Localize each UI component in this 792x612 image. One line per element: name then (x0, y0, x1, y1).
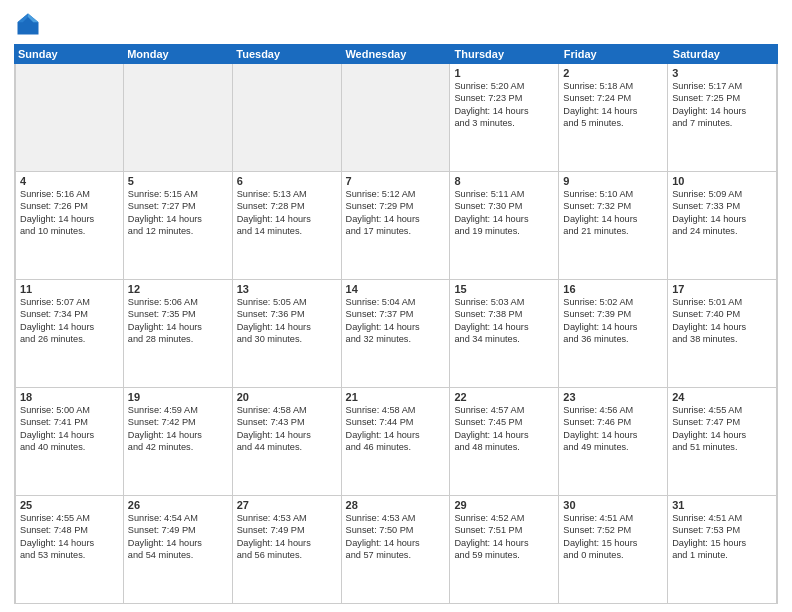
day-info: Sunrise: 5:02 AM (563, 296, 663, 308)
calendar-cell: 3Sunrise: 5:17 AMSunset: 7:25 PMDaylight… (668, 64, 777, 171)
calendar-cell: 18Sunrise: 5:00 AMSunset: 7:41 PMDayligh… (15, 388, 124, 495)
day-number: 31 (672, 499, 772, 511)
day-info: Sunset: 7:52 PM (563, 524, 663, 536)
day-info: Daylight: 14 hours (128, 537, 228, 549)
day-info: Sunset: 7:29 PM (346, 200, 446, 212)
day-number: 9 (563, 175, 663, 187)
day-info: Sunset: 7:32 PM (563, 200, 663, 212)
day-info: Sunrise: 4:57 AM (454, 404, 554, 416)
day-number: 4 (20, 175, 119, 187)
day-info: and 59 minutes. (454, 549, 554, 561)
day-info: and 17 minutes. (346, 225, 446, 237)
day-info: Daylight: 14 hours (237, 321, 337, 333)
day-info: Daylight: 14 hours (346, 321, 446, 333)
day-info: and 3 minutes. (454, 117, 554, 129)
day-info: Daylight: 14 hours (672, 429, 772, 441)
day-number: 17 (672, 283, 772, 295)
calendar-cell: 5Sunrise: 5:15 AMSunset: 7:27 PMDaylight… (124, 172, 233, 279)
day-info: and 38 minutes. (672, 333, 772, 345)
day-info: Sunrise: 4:51 AM (563, 512, 663, 524)
day-info: Sunrise: 4:52 AM (454, 512, 554, 524)
day-info: Sunset: 7:43 PM (237, 416, 337, 428)
day-number: 18 (20, 391, 119, 403)
day-number: 14 (346, 283, 446, 295)
calendar-week-3: 11Sunrise: 5:07 AMSunset: 7:34 PMDayligh… (15, 280, 777, 388)
day-info: Sunset: 7:36 PM (237, 308, 337, 320)
day-info: Sunrise: 4:55 AM (672, 404, 772, 416)
day-info: Sunset: 7:37 PM (346, 308, 446, 320)
day-info: Sunset: 7:38 PM (454, 308, 554, 320)
calendar-cell: 26Sunrise: 4:54 AMSunset: 7:49 PMDayligh… (124, 496, 233, 603)
day-info: and 53 minutes. (20, 549, 119, 561)
calendar-cell: 28Sunrise: 4:53 AMSunset: 7:50 PMDayligh… (342, 496, 451, 603)
day-info: and 42 minutes. (128, 441, 228, 453)
day-info: Sunset: 7:33 PM (672, 200, 772, 212)
day-info: and 51 minutes. (672, 441, 772, 453)
day-info: Daylight: 14 hours (20, 537, 119, 549)
calendar-cell: 11Sunrise: 5:07 AMSunset: 7:34 PMDayligh… (15, 280, 124, 387)
day-info: and 54 minutes. (128, 549, 228, 561)
day-number: 22 (454, 391, 554, 403)
calendar-cell: 13Sunrise: 5:05 AMSunset: 7:36 PMDayligh… (233, 280, 342, 387)
calendar-cell: 20Sunrise: 4:58 AMSunset: 7:43 PMDayligh… (233, 388, 342, 495)
day-info: Daylight: 14 hours (128, 213, 228, 225)
day-info: and 24 minutes. (672, 225, 772, 237)
day-info: Sunset: 7:23 PM (454, 92, 554, 104)
calendar-grid: 1Sunrise: 5:20 AMSunset: 7:23 PMDaylight… (14, 64, 778, 604)
day-info: Sunrise: 4:59 AM (128, 404, 228, 416)
day-info: Daylight: 14 hours (563, 105, 663, 117)
day-info: Sunset: 7:34 PM (20, 308, 119, 320)
day-info: Sunset: 7:49 PM (128, 524, 228, 536)
header (14, 10, 778, 38)
day-info: and 1 minute. (672, 549, 772, 561)
day-number: 28 (346, 499, 446, 511)
day-info: Sunset: 7:30 PM (454, 200, 554, 212)
day-info: Sunset: 7:53 PM (672, 524, 772, 536)
day-info: and 21 minutes. (563, 225, 663, 237)
calendar-cell: 16Sunrise: 5:02 AMSunset: 7:39 PMDayligh… (559, 280, 668, 387)
day-info: and 14 minutes. (237, 225, 337, 237)
day-number: 8 (454, 175, 554, 187)
day-number: 20 (237, 391, 337, 403)
day-number: 2 (563, 67, 663, 79)
day-info: Sunrise: 4:53 AM (346, 512, 446, 524)
day-info: Sunrise: 5:09 AM (672, 188, 772, 200)
day-info: and 44 minutes. (237, 441, 337, 453)
day-info: Daylight: 14 hours (20, 213, 119, 225)
day-info: Daylight: 14 hours (346, 213, 446, 225)
day-info: and 19 minutes. (454, 225, 554, 237)
day-number: 5 (128, 175, 228, 187)
day-info: Sunrise: 5:11 AM (454, 188, 554, 200)
day-info: Sunrise: 4:56 AM (563, 404, 663, 416)
calendar-cell: 4Sunrise: 5:16 AMSunset: 7:26 PMDaylight… (15, 172, 124, 279)
day-info: Sunset: 7:27 PM (128, 200, 228, 212)
day-number: 13 (237, 283, 337, 295)
day-info: and 12 minutes. (128, 225, 228, 237)
day-info: Daylight: 14 hours (128, 429, 228, 441)
day-info: Daylight: 14 hours (128, 321, 228, 333)
calendar-cell (342, 64, 451, 171)
calendar-week-5: 25Sunrise: 4:55 AMSunset: 7:48 PMDayligh… (15, 496, 777, 603)
day-number: 16 (563, 283, 663, 295)
day-info: Daylight: 14 hours (454, 429, 554, 441)
day-number: 23 (563, 391, 663, 403)
logo-icon (14, 10, 42, 38)
day-info: Daylight: 14 hours (454, 321, 554, 333)
day-info: Daylight: 15 hours (672, 537, 772, 549)
day-number: 3 (672, 67, 772, 79)
logo (14, 10, 46, 38)
calendar: SundayMondayTuesdayWednesdayThursdayFrid… (14, 44, 778, 604)
day-info: Daylight: 14 hours (20, 321, 119, 333)
day-info: Sunset: 7:44 PM (346, 416, 446, 428)
day-info: Sunset: 7:24 PM (563, 92, 663, 104)
day-info: Daylight: 14 hours (454, 213, 554, 225)
calendar-week-2: 4Sunrise: 5:16 AMSunset: 7:26 PMDaylight… (15, 172, 777, 280)
calendar-cell (124, 64, 233, 171)
page: SundayMondayTuesdayWednesdayThursdayFrid… (0, 0, 792, 612)
day-info: Daylight: 15 hours (563, 537, 663, 549)
day-info: and 34 minutes. (454, 333, 554, 345)
calendar-cell: 12Sunrise: 5:06 AMSunset: 7:35 PMDayligh… (124, 280, 233, 387)
calendar-cell: 30Sunrise: 4:51 AMSunset: 7:52 PMDayligh… (559, 496, 668, 603)
day-number: 26 (128, 499, 228, 511)
day-info: Sunrise: 5:07 AM (20, 296, 119, 308)
